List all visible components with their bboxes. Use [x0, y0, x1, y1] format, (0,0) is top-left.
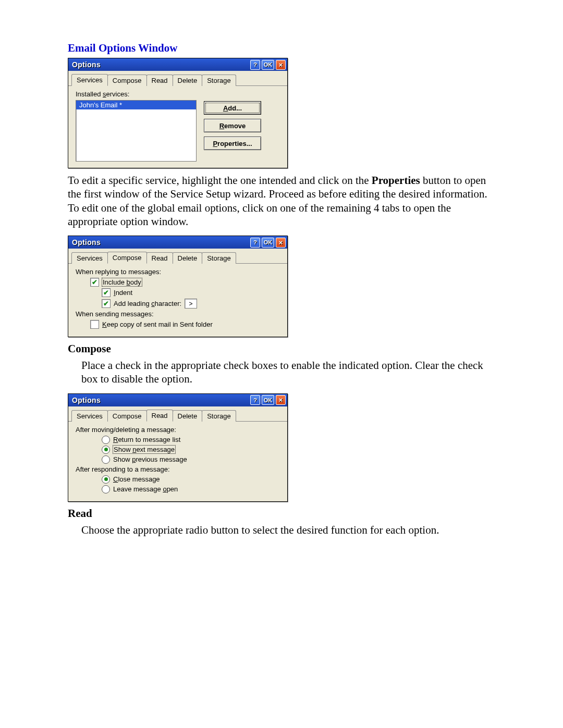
- close-message-option[interactable]: Close message: [102, 475, 282, 484]
- titlebar: Options ? OK ×: [68, 58, 287, 71]
- help-button[interactable]: ?: [250, 60, 260, 70]
- tab-delete[interactable]: Delete: [173, 75, 203, 86]
- close-button[interactable]: ×: [276, 238, 286, 248]
- radio-icon[interactable]: [102, 485, 110, 493]
- tab-storage[interactable]: Storage: [202, 75, 236, 86]
- checkbox-icon[interactable]: [90, 320, 99, 329]
- tab-read[interactable]: Read: [146, 410, 173, 422]
- paragraph-read: Choose the appropriate radio button to s…: [81, 523, 495, 537]
- radio-icon[interactable]: [102, 436, 110, 444]
- window-title: Options: [72, 396, 249, 404]
- help-button[interactable]: ?: [250, 395, 260, 405]
- ok-button[interactable]: OK: [262, 60, 274, 70]
- indent-option[interactable]: ✔ Indent: [102, 288, 282, 297]
- close-button[interactable]: ×: [276, 395, 286, 405]
- include-body-option[interactable]: ✔ Include body: [90, 278, 282, 287]
- read-heading: Read: [68, 507, 495, 520]
- tab-storage[interactable]: Storage: [202, 252, 236, 264]
- tab-bar: Services Compose Read Delete Storage: [68, 249, 287, 264]
- add-button[interactable]: Add...: [204, 101, 261, 115]
- tab-compose[interactable]: Compose: [107, 252, 147, 264]
- paragraph-compose: Place a check in the appropriate check b…: [81, 359, 495, 386]
- leading-char-option[interactable]: ✔ Add leading character: >: [102, 299, 282, 309]
- checkbox-icon[interactable]: ✔: [90, 278, 99, 287]
- radio-icon[interactable]: [102, 475, 110, 484]
- titlebar: Options ? OK ×: [68, 394, 287, 406]
- compose-heading: Compose: [68, 342, 495, 355]
- radio-icon[interactable]: [102, 455, 110, 464]
- remove-button[interactable]: Remove: [204, 119, 261, 132]
- tab-bar: Services Compose Read Delete Storage: [68, 406, 287, 422]
- tab-read[interactable]: Read: [146, 252, 173, 264]
- installed-services-label: Installed services:: [76, 90, 282, 98]
- options-window-compose: Options ? OK × Services Compose Read Del…: [68, 236, 288, 337]
- tab-storage[interactable]: Storage: [202, 410, 236, 422]
- paragraph-services: To edit a specific service, highlight th…: [68, 174, 495, 228]
- close-button[interactable]: ×: [276, 60, 286, 70]
- return-to-list-option[interactable]: Return to message list: [102, 436, 282, 444]
- leading-char-input[interactable]: >: [185, 299, 197, 309]
- tab-bar: Services Compose Read Delete Storage: [68, 71, 287, 86]
- tab-read[interactable]: Read: [146, 75, 173, 86]
- respond-label: After responding to a message:: [76, 465, 282, 473]
- ok-button[interactable]: OK: [262, 238, 274, 248]
- tab-services[interactable]: Services: [71, 410, 108, 422]
- tab-services[interactable]: Services: [71, 74, 108, 86]
- options-window-services: Options ? OK × Services Compose Read Del…: [68, 58, 288, 168]
- reply-section-label: When replying to messages:: [76, 268, 282, 276]
- keep-copy-option[interactable]: Keep copy of sent mail in Sent folder: [90, 320, 282, 329]
- tab-delete[interactable]: Delete: [173, 252, 203, 264]
- send-section-label: When sending messages:: [76, 310, 282, 318]
- window-title: Options: [72, 238, 249, 246]
- tab-delete[interactable]: Delete: [173, 410, 203, 422]
- window-title: Options: [72, 60, 249, 69]
- page-title: Email Options Window: [68, 42, 495, 55]
- services-listbox[interactable]: John's Email *: [76, 100, 197, 162]
- leave-open-option[interactable]: Leave message open: [102, 485, 282, 493]
- checkbox-icon[interactable]: ✔: [102, 299, 111, 308]
- ok-button[interactable]: OK: [262, 395, 274, 405]
- list-item[interactable]: John's Email *: [76, 101, 196, 109]
- show-next-option[interactable]: Show next message: [102, 446, 282, 454]
- radio-icon[interactable]: [102, 446, 110, 454]
- properties-button[interactable]: Properties...: [204, 137, 261, 150]
- tab-compose[interactable]: Compose: [107, 75, 147, 86]
- options-window-read: Options ? OK × Services Compose Read Del…: [68, 393, 288, 502]
- help-button[interactable]: ?: [250, 238, 260, 248]
- titlebar: Options ? OK ×: [68, 236, 287, 249]
- tab-compose[interactable]: Compose: [107, 410, 147, 422]
- tab-services[interactable]: Services: [71, 252, 108, 264]
- move-delete-label: After moving/deleting a message:: [76, 426, 282, 434]
- show-previous-option[interactable]: Show previous message: [102, 455, 282, 464]
- checkbox-icon[interactable]: ✔: [102, 288, 111, 297]
